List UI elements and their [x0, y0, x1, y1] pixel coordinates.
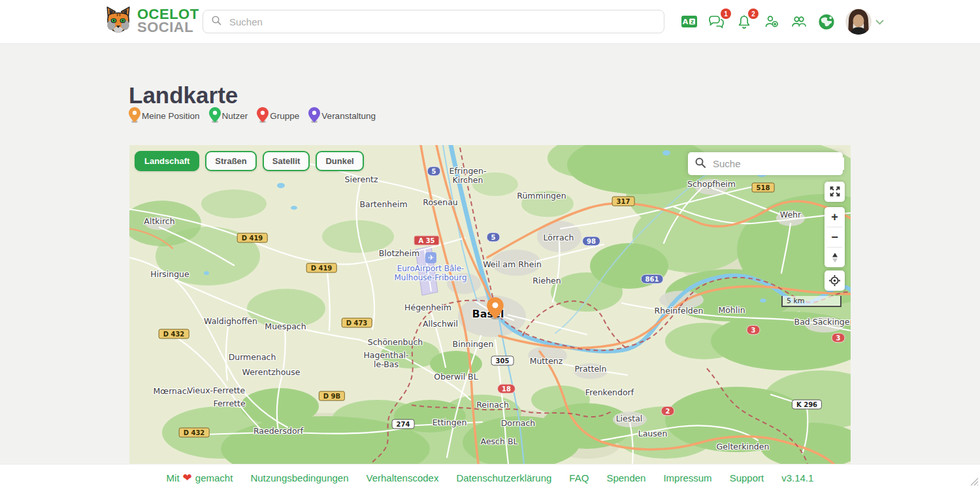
map-place-label: Rümmingen [517, 191, 566, 201]
search-icon [694, 157, 706, 171]
map-style-button-dunkel[interactable]: Dunkel [316, 151, 363, 171]
footer-link-support[interactable]: Support [730, 472, 764, 483]
road-shield: D 432 [159, 329, 189, 339]
road-shield: 98 [582, 237, 600, 246]
map-place-label: Weil am Rhein [483, 259, 542, 269]
made-prefix: Mit [167, 472, 180, 483]
road-shield: A 35 [414, 236, 439, 246]
road-shield: 5 [427, 167, 441, 176]
map-place-label: Vieux-Ferrette [188, 385, 245, 395]
map-search [688, 152, 843, 175]
map-search-input[interactable] [711, 157, 844, 170]
map-place-label: Hégenheim [404, 302, 451, 312]
legend-item-meine-position: Meine Position [129, 107, 200, 123]
map-place-label: Schönenbuch [368, 337, 423, 347]
map-place-label: Dornach [501, 418, 536, 428]
resize-handle-icon[interactable] [970, 477, 979, 489]
logo-wordmark: OCELOT SOCIAL [137, 8, 199, 34]
road-shield: 518 [752, 183, 775, 193]
meine-position-marker[interactable] [487, 297, 504, 322]
footer-version: v3.14.1 [781, 472, 813, 483]
map-place-label: Hirsingue [150, 269, 189, 279]
map-place-label: Liestal [616, 414, 643, 423]
map-place-label: Gelterkinden [717, 442, 770, 451]
map-place-label: Ferrette [213, 399, 245, 408]
road-shield: D 419 [237, 233, 268, 243]
map-place-label: Efringen- Kirchen [449, 167, 487, 186]
fullscreen-button[interactable] [825, 182, 845, 201]
map-place-label: Sierentz [344, 174, 378, 184]
road-shield: 317 [612, 197, 635, 206]
search-icon [211, 15, 222, 29]
footer-link-verhaltenscodex[interactable]: Verhaltenscodex [367, 472, 439, 483]
zoom-in-button[interactable]: + [825, 207, 845, 227]
map-place-label: Ettingen [433, 417, 467, 427]
chat-badge: 1 [721, 8, 731, 19]
header-search-input[interactable] [228, 16, 656, 28]
svg-text:z: z [691, 18, 694, 25]
road-shield: 18 [497, 384, 515, 394]
road-shield: D 473 [342, 318, 372, 328]
map-place-label: Reinach [476, 400, 509, 410]
map-place-label: Hagenthal- le-Bas [363, 351, 408, 370]
map-place-label: Pratteln [574, 364, 606, 374]
user-menu[interactable] [845, 8, 884, 35]
map-place-label: Muespach [265, 321, 306, 331]
translate-icon[interactable]: Az [681, 13, 698, 30]
top-header: OCELOT SOCIAL Az 1 2 [0, 0, 980, 44]
globe-icon[interactable] [818, 13, 835, 30]
road-shield: 3 [832, 333, 845, 343]
footer: Mit ❤ gemacht NutzungsbedingungenVerhalt… [0, 464, 980, 490]
map-place-label: Schopfheim [687, 179, 736, 189]
road-shield: D 419 [306, 263, 337, 273]
zoom-out-button[interactable]: − [825, 227, 845, 247]
ocelot-logo[interactable]: OCELOT SOCIAL [103, 5, 199, 37]
road-shield: 274 [392, 419, 415, 429]
map-place-label: Lörrach [544, 233, 574, 242]
map-place-label: Mœrnach [154, 386, 192, 396]
chat-icon[interactable]: 1 [708, 13, 725, 30]
map-place-label: Waldighoffen [204, 316, 257, 326]
map-legend: Meine PositionNutzerGruppeVeranstaltung [129, 107, 376, 123]
add-user-icon[interactable] [763, 13, 780, 30]
road-shield: 5 [487, 233, 500, 242]
map-style-button-satellit[interactable]: Satellit [263, 151, 310, 171]
footer-nav: Mit ❤ gemacht NutzungsbedingungenVerhalt… [0, 465, 980, 490]
landkarte-page: { "colors":{"accent_green":"#2ea24a","ba… [0, 0, 980, 490]
heart-icon: ❤ [183, 471, 192, 485]
road-shield: 3 [747, 325, 760, 335]
map-place-label: Oberwil BL [434, 372, 478, 382]
footer-link-faq[interactable]: FAQ [569, 472, 589, 483]
road-shield: 305 [491, 356, 514, 366]
map-place-label: Lausen [638, 429, 668, 438]
avatar[interactable] [845, 8, 872, 35]
made-suffix: gemacht [195, 472, 233, 483]
geolocate-button[interactable] [825, 270, 845, 290]
footer-link-nutzungsbedingungen[interactable]: Nutzungsbedingungen [250, 472, 348, 483]
bell-icon[interactable]: 2 [736, 13, 753, 30]
map-style-button-stra-en[interactable]: Straßen [205, 151, 256, 171]
map-place-label: Werentzhouse [242, 367, 301, 377]
map-style-button-landschaft[interactable]: Landschaft [135, 151, 199, 171]
compass-button[interactable] [825, 248, 845, 267]
map-canvas[interactable]: ✈ SierentzBartenheimRosenauEfringen- Kir… [129, 145, 851, 464]
chevron-down-icon [875, 16, 884, 27]
svg-text:A: A [683, 18, 689, 26]
map-place-label: Raedersdorf [253, 426, 303, 436]
road-shield: 2 [661, 406, 675, 416]
map-place-label: Riehen [532, 276, 561, 286]
header-icon-row: Az 1 2 [681, 0, 884, 43]
notifications-badge: 2 [748, 8, 759, 19]
map-style-switcher: LandschaftStraßenSatellitDunkel [135, 151, 364, 171]
map-place-label: Bartenheim [359, 199, 407, 209]
footer-link-impressum[interactable]: Impressum [663, 472, 711, 483]
map-place-label: Allschwil [423, 319, 458, 329]
map-place-label: Wehr [780, 210, 801, 220]
footer-link-datenschutzerkl-rung[interactable]: Datenschutzerklärung [456, 472, 551, 483]
map-place-label: Rheinfelden [655, 306, 704, 316]
group-icon[interactable] [791, 13, 808, 30]
footer-link-made[interactable]: Mit ❤ gemacht [167, 471, 233, 485]
footer-link-spenden[interactable]: Spenden [606, 472, 645, 483]
map-place-label: EuroAirport Bâle- Mulhouse-Fribourg [394, 264, 466, 283]
road-shield: K 296 [792, 400, 822, 410]
